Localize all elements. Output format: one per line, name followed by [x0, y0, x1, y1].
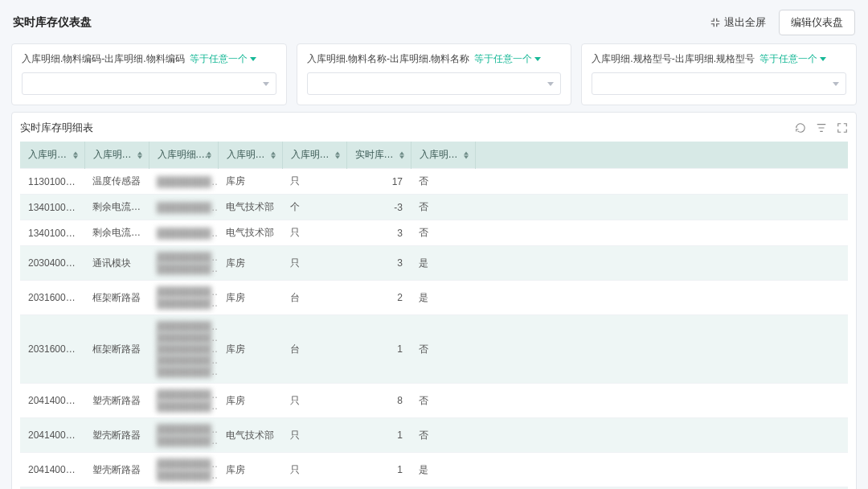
chevron-down-icon	[250, 57, 256, 61]
filter-value-select[interactable]	[22, 72, 276, 95]
cell-spacer	[475, 315, 848, 384]
table-row[interactable]: 20414000077塑壳断路器████████████████库房只8否	[20, 384, 848, 418]
filter-condition-link[interactable]: 等于任意一个	[474, 52, 541, 66]
cell-unit: 只	[282, 220, 346, 246]
cell-qty: 8	[346, 384, 411, 418]
cell-unit: 只	[282, 246, 346, 281]
cell-spec: ████████████████████████████████████████	[149, 315, 218, 384]
cell-code: 13401000011	[20, 220, 84, 246]
cell-unit: 只	[282, 169, 346, 195]
filter-spec: 入库明细.规格型号-出库明细.规格型号 等于任意一个	[581, 43, 857, 105]
filter-condition-link[interactable]: 等于任意一个	[760, 52, 826, 66]
cell-location: 电气技术部	[218, 195, 282, 220]
col-material-name[interactable]: 入库明细.物料名称-…	[84, 142, 149, 169]
filter-condition-text: 等于任意一个	[760, 52, 817, 66]
cell-spec: ████████	[149, 195, 218, 220]
col-qty[interactable]: 实时库存数量	[346, 142, 411, 169]
refresh-icon[interactable]	[795, 122, 806, 134]
cell-unit: 只	[282, 418, 346, 453]
cell-location: 库房	[218, 281, 282, 315]
table-row[interactable]: 13401000011剩余电流互感器████████电气技术部个-3否	[20, 195, 848, 220]
edit-dashboard-button[interactable]: 编辑仪表盘	[779, 10, 855, 35]
data-panel: 实时库存明细表 入库明细.物料编码-… 入库明细.物料名称-… 入库明细.规格型…	[11, 112, 857, 489]
cell-unit: 台	[282, 281, 346, 315]
cell-code: 20414000232	[20, 418, 84, 453]
cell-qty: 1	[346, 453, 411, 487]
cell-name: 剩余电流互感器	[84, 220, 149, 246]
cell-nc: 是	[411, 246, 475, 281]
chevron-down-icon	[547, 82, 554, 86]
cell-nc: 否	[411, 169, 475, 195]
cell-spec: ████████	[149, 169, 218, 195]
filter-label: 入库明细.物料名称-出库明细.物料名称 等于任意一个	[307, 52, 562, 66]
table-row[interactable]: 13401000011剩余电流互感器████████电气技术部只3否	[20, 220, 848, 246]
cell-location: 库房	[218, 315, 282, 384]
table-row[interactable]: 20414000314塑壳断路器████████████████库房只1是	[20, 453, 848, 487]
cell-spec: ████████████████	[149, 418, 218, 453]
fullscreen-icon[interactable]	[837, 122, 848, 134]
table-row[interactable]: 20316000184框架断路器████████████████████████…	[20, 315, 848, 384]
panel-header: 实时库存明细表	[20, 119, 848, 142]
col-spec[interactable]: 入库明细.规格型号-…	[149, 142, 218, 169]
table-row[interactable]: 20304000014通讯模块████████████████库房只3是	[20, 246, 848, 281]
cell-spacer	[475, 169, 848, 195]
cell-qty: 1	[346, 418, 411, 453]
cell-name: 框架断路器	[84, 315, 149, 384]
panel-title: 实时库存明细表	[20, 121, 93, 135]
filter-material-code: 入库明细.物料编码-出库明细.物料编码 等于任意一个	[11, 43, 287, 105]
table-row[interactable]: 20414000232塑壳断路器████████████████电气技术部只1否	[20, 418, 848, 453]
cell-spec: ████████████████	[149, 453, 218, 487]
filter-label-text: 入库明细.物料名称-出库明细.物料名称	[307, 52, 470, 66]
sort-icon	[207, 151, 211, 158]
cell-qty: 17	[346, 169, 411, 195]
exit-fullscreen-button[interactable]: 退出全屏	[710, 15, 766, 30]
chevron-down-icon	[833, 82, 839, 86]
filter-label: 入库明细.物料编码-出库明细.物料编码 等于任意一个	[22, 52, 276, 66]
cell-spacer	[475, 220, 848, 246]
col-nc[interactable]: 入库明细.是否NC在…	[411, 142, 475, 169]
cell-nc: 否	[411, 418, 475, 453]
cell-location: 电气技术部	[218, 418, 282, 453]
cell-spacer	[475, 453, 848, 487]
cell-location: 库房	[218, 246, 282, 281]
filter-value-select[interactable]	[592, 72, 846, 95]
cell-code: 20316000180	[20, 281, 84, 315]
cell-location: 库房	[218, 169, 282, 195]
col-unit[interactable]: 入库明细.单位-出库…	[282, 142, 346, 169]
cell-location: 库房	[218, 453, 282, 487]
filter-value-select[interactable]	[307, 72, 562, 95]
cell-unit: 台	[282, 315, 346, 384]
filter-label-text: 入库明细.规格型号-出库明细.规格型号	[592, 52, 755, 66]
cell-spec: ████████████████	[149, 281, 218, 315]
table-row[interactable]: 20316000180框架断路器████████████████库房台2是	[20, 281, 848, 315]
cell-code: 20414000077	[20, 384, 84, 418]
filter-icon[interactable]	[816, 122, 827, 134]
cell-spec: ████████████████	[149, 246, 218, 281]
cell-nc: 是	[411, 281, 475, 315]
cell-unit: 个	[282, 195, 346, 220]
cell-location: 电气技术部	[218, 220, 282, 246]
table-row[interactable]: 11301000017温度传感器████████库房只17否	[20, 169, 848, 195]
chevron-down-icon	[534, 57, 541, 61]
sort-icon	[137, 151, 142, 158]
filter-condition-text: 等于任意一个	[474, 52, 532, 66]
cell-nc: 否	[411, 315, 475, 384]
col-spacer	[475, 142, 848, 169]
cell-spacer	[475, 384, 848, 418]
page-title: 实时库存仪表盘	[13, 15, 92, 30]
cell-spacer	[475, 281, 848, 315]
sort-icon	[271, 151, 276, 158]
cell-name: 塑壳断路器	[84, 418, 149, 453]
cell-unit: 只	[282, 453, 346, 487]
filter-condition-link[interactable]: 等于任意一个	[190, 52, 256, 66]
sort-icon	[464, 151, 469, 158]
cell-spacer	[475, 246, 848, 281]
header-actions: 退出全屏 编辑仪表盘	[710, 10, 855, 35]
exit-fullscreen-label: 退出全屏	[724, 15, 766, 30]
col-location[interactable]: 入库明细.库位-出库…	[218, 142, 282, 169]
sort-icon	[73, 151, 78, 158]
cell-nc: 否	[411, 195, 475, 220]
cell-spec: ████████	[149, 220, 218, 246]
cell-name: 通讯模块	[84, 246, 149, 281]
col-material-code[interactable]: 入库明细.物料编码-…	[20, 142, 84, 169]
